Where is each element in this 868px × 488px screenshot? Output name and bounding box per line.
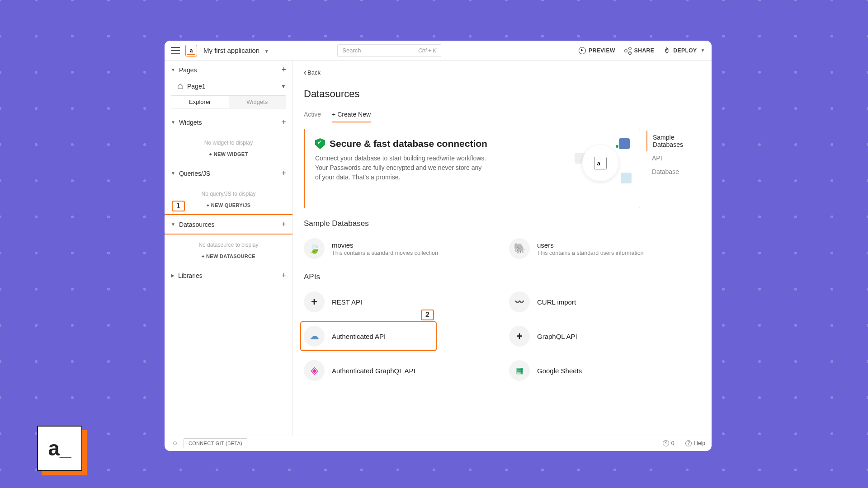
queries-label: Queries/JS [179,170,210,177]
error-count-button[interactable]: 0 [659,438,679,448]
sidebar-section-widgets[interactable]: ▼ Widgets + [165,113,292,131]
ds-title: Google Sheets [537,367,582,375]
ds-title: movies [332,241,438,249]
brand-corner-logo: a_ [37,426,82,471]
pages-label: Pages [179,66,197,74]
deploy-button[interactable]: DEPLOY ▼ [663,47,705,54]
ds-title: REST API [332,298,362,306]
connection-banner: Secure & fast database connection Connec… [304,129,640,208]
add-library-button[interactable]: + [281,271,286,280]
chevron-down-icon: ▼ [701,48,705,53]
sidebar-section-queries[interactable]: ▼ Queries/JS + [165,164,292,183]
ds-title: users [537,241,644,249]
share-button[interactable]: SHARE [624,47,655,54]
chevron-down-icon: ▼ [171,222,175,227]
preview-button[interactable]: PREVIEW [579,47,615,54]
queries-empty-hint: No query/JS to display [165,183,292,199]
search-input[interactable]: Search Ctrl + K [337,44,441,57]
back-button[interactable]: Back [304,68,321,77]
sidebar-page-item[interactable]: Page1 ▼ [165,79,292,94]
datasource-authenticated-graphql[interactable]: ◈ Authenticated GraphQL API [304,357,495,384]
datasources-label: Datasources [179,221,215,228]
top-bar: a My first application ▼ Search Ctrl + K… [165,41,712,61]
brand-logo-text: a_ [37,426,82,471]
sidebar: ▼ Pages + Page1 ▼ Explorer Widgets ▼ Wid [165,61,293,435]
play-icon [579,47,586,54]
error-icon [663,440,669,446]
git-commit-icon [171,439,179,447]
datasource-google-sheets[interactable]: ▦ Google Sheets [509,357,701,384]
add-page-button[interactable]: + [281,65,286,75]
widgets-empty-hint: No widget to display [165,131,292,148]
mongodb-icon: 🍃 [304,238,325,259]
error-count-value: 0 [671,440,675,446]
tab-create-new[interactable]: Create New [332,111,371,122]
datasource-rest-api[interactable]: + REST API [304,289,495,315]
add-datasource-button[interactable]: + [281,220,286,229]
ds-subtitle: This contains a standard movies collecti… [332,250,438,256]
shield-check-icon [315,138,325,149]
sidebar-section-datasources[interactable]: ▼ Datasources + [165,215,292,234]
datasource-movies[interactable]: 🍃 movies This contains a standard movies… [304,235,495,262]
google-sheets-icon: ▦ [509,360,530,381]
help-button[interactable]: ? Help [685,440,705,446]
share-icon [624,47,632,54]
curl-icon: 〰️ [509,291,530,312]
datasource-users[interactable]: 🐘 users This contains a standard users i… [509,235,701,262]
ds-subtitle: This contains a standard users informati… [537,250,644,256]
add-widget-button[interactable]: + [281,117,286,127]
add-query-button[interactable]: + [281,169,286,178]
app-name-dropdown[interactable]: My first application ▼ [203,47,269,55]
chevron-down-icon: ▼ [264,49,269,54]
sidebar-section-pages[interactable]: ▼ Pages + [165,61,292,79]
widgets-label: Widgets [179,119,202,126]
help-label: Help [694,440,705,446]
tab-widgets[interactable]: Widgets [229,96,286,108]
datasource-curl-import[interactable]: 〰️ CURL import [509,289,701,315]
graphql-icon: ◈ [304,360,325,381]
new-datasource-button[interactable]: NEW DATASOURCE [165,250,292,266]
app-name-label: My first application [203,47,259,54]
footer-bar: CONNECT GIT (BETA) 0 ? Help [165,435,712,451]
chevron-down-icon: ▼ [171,171,175,176]
ds-title: CURL import [537,298,576,306]
explorer-widgets-toggle: Explorer Widgets [171,95,286,108]
plus-icon: + [304,291,325,312]
menu-icon[interactable] [171,47,180,54]
tab-explorer[interactable]: Explorer [171,96,229,108]
main-content: Back Datasources Active Create New Secur… [293,61,712,435]
chevron-right-icon: ▶ [171,273,175,278]
new-widget-button[interactable]: NEW WIDGET [165,148,292,164]
banner-illustration: a_ [571,138,630,188]
nav-api[interactable]: API [646,151,701,165]
help-icon: ? [685,440,692,446]
plus-icon: + [509,326,530,347]
annotation-marker-1: 1 [172,201,185,211]
annotation-marker-2: 2 [421,310,434,320]
datasource-authenticated-api[interactable]: 2 ☁ Authenticated API [304,323,495,349]
postgres-icon: 🐘 [509,238,530,259]
cloud-icon: ☁ [304,326,325,347]
share-label: SHARE [634,47,655,54]
chevron-down-icon: ▼ [281,83,286,89]
deploy-label: DEPLOY [673,47,697,54]
banner-description: Connect your database to start building … [315,154,487,182]
nav-database[interactable]: Database [646,165,701,178]
banner-title-text: Secure & fast database connection [330,138,487,149]
datasources-empty-hint: No datasource to display [165,234,292,250]
rocket-icon [663,47,670,54]
libraries-label: Libraries [178,272,203,279]
nav-sample-databases[interactable]: Sample Databases [646,131,701,151]
preview-label: PREVIEW [589,47,615,54]
tab-active[interactable]: Active [304,111,321,122]
section-sample-databases: Sample Databases [304,219,701,228]
app-window: a My first application ▼ Search Ctrl + K… [165,41,712,451]
app-logo[interactable]: a [185,45,197,56]
ds-title: Authenticated API [332,333,386,340]
chevron-down-icon: ▼ [171,67,175,72]
datasource-category-nav: Sample Databases API Database [646,129,701,208]
section-apis: APIs [304,272,701,282]
sidebar-section-libraries[interactable]: ▶ Libraries + [165,266,292,285]
connect-git-button[interactable]: CONNECT GIT (BETA) [184,438,247,448]
datasource-graphql-api[interactable]: + GraphQL API [509,323,701,349]
